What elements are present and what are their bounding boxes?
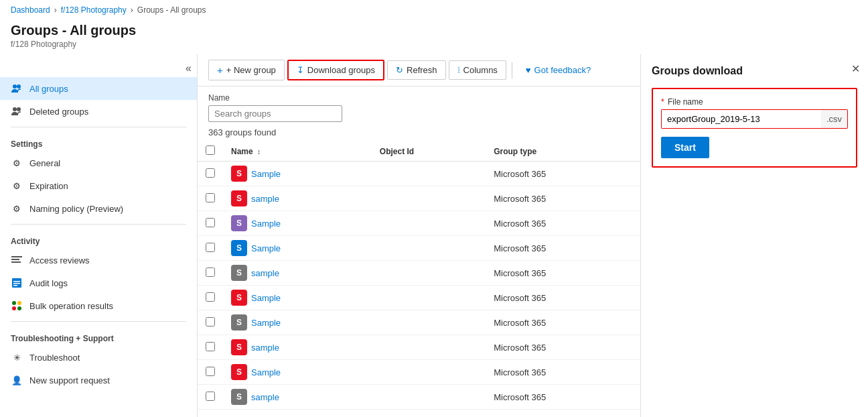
- group-avatar-3: S: [231, 240, 247, 256]
- feedback-button[interactable]: ♥ Got feedback?: [518, 61, 599, 79]
- access-reviews-icon: [11, 254, 23, 266]
- row-checkbox-cell: [198, 385, 223, 410]
- svg-rect-8: [13, 281, 20, 282]
- group-name-link-9[interactable]: sample: [251, 392, 279, 402]
- group-type-cell: Microsoft 365: [486, 360, 640, 385]
- row-checkbox-1[interactable]: [206, 193, 215, 202]
- row-checkbox-5[interactable]: [206, 292, 215, 302]
- all-groups-label: All groups: [29, 84, 68, 94]
- row-checkbox-cell: [198, 236, 223, 261]
- name-cell: S sample: [223, 335, 372, 360]
- sidebar-divider-2: [11, 224, 186, 225]
- start-button[interactable]: Start: [661, 137, 709, 158]
- name-cell: S Sample: [223, 286, 372, 310]
- svg-point-13: [12, 306, 16, 310]
- breadcrumb-dashboard[interactable]: Dashboard: [11, 5, 50, 15]
- feedback-label: Got feedback?: [534, 65, 591, 75]
- object-id-cell: [372, 360, 486, 385]
- sidebar-item-general[interactable]: ⚙ General: [0, 152, 197, 174]
- download-groups-button[interactable]: ↧ Download groups: [287, 60, 384, 80]
- deleted-groups-label: Deleted groups: [29, 107, 88, 117]
- table-row: S Sample Microsoft 365: [198, 211, 640, 236]
- collapse-icon[interactable]: «: [186, 62, 192, 74]
- filter-name-label: Name: [208, 93, 342, 103]
- group-name-link-8[interactable]: Sample: [251, 367, 281, 377]
- row-checkbox-4[interactable]: [206, 267, 215, 277]
- row-checkbox-7[interactable]: [206, 342, 215, 351]
- breadcrumb: Dashboard › f/128 Photography › Groups -…: [0, 0, 868, 20]
- sidebar-item-all-groups[interactable]: All groups: [0, 77, 197, 100]
- sidebar-item-access-reviews[interactable]: Access reviews: [0, 249, 197, 272]
- file-name-row: .csv: [661, 109, 848, 129]
- sidebar-collapse-btn[interactable]: «: [0, 60, 197, 77]
- new-support-label: New support request: [29, 375, 110, 385]
- svg-point-1: [17, 84, 21, 88]
- select-all-checkbox[interactable]: [206, 145, 215, 155]
- object-id-column-header: Object Id: [372, 141, 486, 162]
- row-checkbox-cell: [198, 286, 223, 310]
- columns-label: Columns: [463, 65, 498, 75]
- group-name-link-4[interactable]: sample: [251, 268, 279, 278]
- columns-button[interactable]: ⁝ Columns: [449, 60, 506, 80]
- row-checkbox-0[interactable]: [206, 168, 215, 178]
- file-name-input[interactable]: [662, 110, 821, 128]
- sidebar-item-bulk-ops[interactable]: Bulk operation results: [0, 294, 197, 317]
- filter-row: Name: [198, 86, 640, 125]
- audit-logs-icon: [11, 277, 23, 289]
- group-type-cell: Microsoft 365: [486, 385, 640, 410]
- group-name-link-2[interactable]: Sample: [251, 219, 281, 229]
- svg-rect-6: [11, 261, 21, 263]
- name-cell: S sample: [223, 186, 372, 211]
- row-checkbox-cell: [198, 335, 223, 360]
- table-row: S Sample Microsoft 365: [198, 236, 640, 261]
- new-group-button[interactable]: + + New group: [208, 60, 285, 80]
- group-type-cell: Microsoft 365: [486, 310, 640, 335]
- sidebar-divider-3: [11, 321, 186, 322]
- bulk-ops-icon: [11, 300, 23, 312]
- svg-point-11: [12, 301, 16, 305]
- table-row: S sample Microsoft 365: [198, 186, 640, 211]
- sidebar-item-troubleshoot[interactable]: ✳ Troubleshoot: [0, 346, 197, 369]
- row-checkbox-3[interactable]: [206, 243, 215, 252]
- row-checkbox-6[interactable]: [206, 317, 215, 326]
- table-area: Name ↕ Object Id Group type S Sample: [198, 141, 640, 417]
- main-content: + + New group ↧ Download groups ↻ Refres…: [198, 54, 640, 417]
- sidebar-item-naming-policy[interactable]: ⚙ Naming policy (Preview): [0, 197, 197, 220]
- right-panel-close-button[interactable]: ✕: [851, 62, 860, 75]
- sort-indicator-icon: ↕: [257, 148, 261, 156]
- group-name-link-6[interactable]: Sample: [251, 318, 281, 328]
- object-id-cell: [372, 162, 486, 186]
- sidebar-item-new-support[interactable]: 👤 New support request: [0, 369, 197, 392]
- sidebar-item-deleted-groups[interactable]: Deleted groups: [0, 100, 197, 123]
- row-checkbox-8[interactable]: [206, 367, 215, 376]
- troubleshooting-section-title: Troubleshooting + Support: [0, 326, 197, 346]
- sidebar: « All groups D: [0, 54, 198, 417]
- naming-policy-gear-icon: ⚙: [11, 202, 23, 215]
- group-name-link-1[interactable]: sample: [251, 194, 279, 204]
- group-type-cell: Microsoft 365: [486, 211, 640, 236]
- group-avatar-4: S: [231, 265, 247, 281]
- sidebar-item-expiration[interactable]: ⚙ Expiration: [0, 174, 197, 197]
- group-name-link-3[interactable]: Sample: [251, 243, 281, 253]
- breadcrumb-org[interactable]: f/128 Photography: [61, 5, 127, 15]
- file-name-field-label: * File name: [661, 97, 848, 107]
- naming-policy-label: Naming policy (Preview): [29, 204, 123, 214]
- refresh-button[interactable]: ↻ Refresh: [387, 60, 446, 80]
- sidebar-item-audit-logs[interactable]: Audit logs: [0, 272, 197, 294]
- row-checkbox-9[interactable]: [206, 392, 215, 401]
- file-extension: .csv: [821, 109, 848, 129]
- name-cell: S Sample: [223, 236, 372, 261]
- all-groups-icon: [11, 82, 23, 95]
- audit-logs-label: Audit logs: [29, 278, 68, 288]
- group-name-link-0[interactable]: Sample: [251, 169, 281, 179]
- object-id-cell: [372, 310, 486, 335]
- group-name-link-7[interactable]: sample: [251, 343, 279, 353]
- select-all-header: [198, 141, 223, 162]
- right-panel-title: Groups download: [652, 65, 857, 77]
- row-checkbox-2[interactable]: [206, 218, 215, 227]
- search-input[interactable]: [208, 105, 342, 122]
- group-type-column-header: Group type: [486, 141, 640, 162]
- group-name-link-5[interactable]: Sample: [251, 293, 281, 303]
- object-id-cell: [372, 261, 486, 286]
- table-row: S Sample Microsoft 365: [198, 162, 640, 186]
